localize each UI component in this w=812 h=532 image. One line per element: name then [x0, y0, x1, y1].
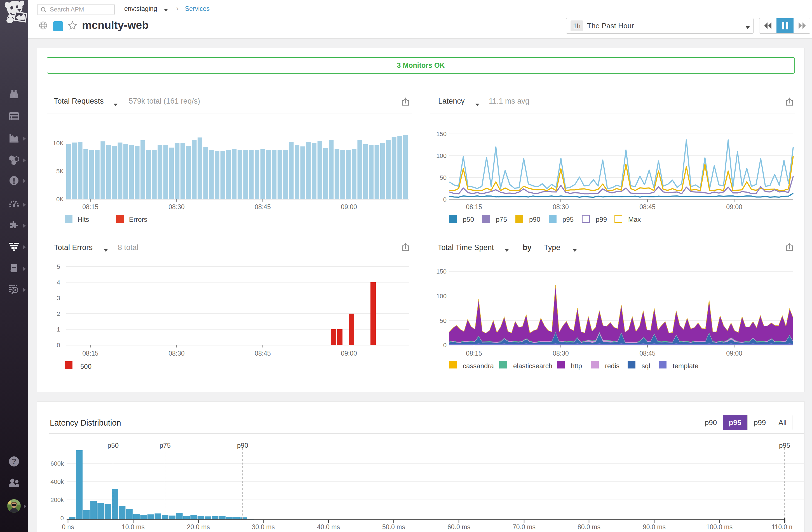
svg-text:50.0 ms: 50.0 ms [382, 523, 405, 531]
svg-text:80.0 ms: 80.0 ms [578, 523, 600, 531]
svg-text:60.0 ms: 60.0 ms [447, 523, 470, 531]
svg-text:08:45: 08:45 [255, 203, 271, 211]
svg-text:0: 0 [443, 196, 447, 203]
svg-text:100: 100 [436, 152, 447, 159]
svg-text:0 ns: 0 ns [62, 523, 74, 531]
svg-text:p95: p95 [779, 442, 790, 449]
svg-text:p50: p50 [107, 442, 119, 449]
svg-text:110.0 ms: 110.0 ms [772, 523, 798, 531]
svg-text:50: 50 [440, 317, 447, 324]
svg-text:90.0 ms: 90.0 ms [643, 523, 666, 531]
svg-text:p75: p75 [159, 442, 171, 449]
svg-text:?: ? [12, 457, 16, 466]
svg-text:100.0 ms: 100.0 ms [706, 523, 733, 531]
svg-text:4: 4 [57, 279, 60, 286]
svg-text:3: 3 [57, 295, 60, 302]
svg-text:08:45: 08:45 [255, 350, 271, 357]
svg-text:08:15: 08:15 [466, 203, 482, 211]
svg-text:08:30: 08:30 [553, 350, 569, 357]
svg-text:08:15: 08:15 [82, 203, 99, 211]
svg-text:08:30: 08:30 [553, 203, 569, 211]
svg-text:09:00: 09:00 [341, 203, 357, 211]
svg-text:10K: 10K [53, 140, 64, 147]
svg-text:0: 0 [443, 341, 447, 349]
svg-text:5: 5 [57, 263, 60, 270]
svg-text:150: 150 [436, 130, 447, 138]
svg-text:150: 150 [436, 268, 447, 275]
svg-text:0: 0 [57, 341, 60, 349]
svg-text:200k: 200k [50, 496, 64, 503]
svg-text:08:45: 08:45 [639, 203, 656, 211]
svg-text:09:00: 09:00 [726, 203, 742, 211]
svg-text:2: 2 [57, 310, 60, 317]
svg-text:p90: p90 [237, 442, 248, 449]
svg-text:10.0 ms: 10.0 ms [122, 523, 145, 531]
svg-text:09:00: 09:00 [726, 350, 742, 357]
svg-text:0K: 0K [56, 196, 64, 203]
svg-text:5K: 5K [56, 168, 64, 175]
svg-text:100: 100 [436, 293, 447, 299]
svg-text:1: 1 [57, 326, 60, 333]
svg-text:30.0 ms: 30.0 ms [252, 523, 275, 531]
svg-text:50: 50 [440, 174, 447, 181]
svg-text:400k: 400k [50, 478, 64, 485]
svg-text:08:15: 08:15 [82, 350, 99, 357]
svg-text:20.0 ms: 20.0 ms [187, 523, 210, 531]
svg-text:08:30: 08:30 [169, 350, 185, 357]
svg-text:600k: 600k [50, 460, 64, 467]
svg-text:70.0 ms: 70.0 ms [512, 523, 536, 531]
svg-text:0: 0 [60, 515, 64, 522]
svg-text:08:45: 08:45 [639, 350, 656, 357]
svg-text:09:00: 09:00 [341, 350, 357, 357]
svg-text:08:15: 08:15 [466, 350, 482, 357]
svg-text:08:30: 08:30 [169, 203, 185, 211]
svg-text:40.0 ms: 40.0 ms [317, 523, 340, 531]
